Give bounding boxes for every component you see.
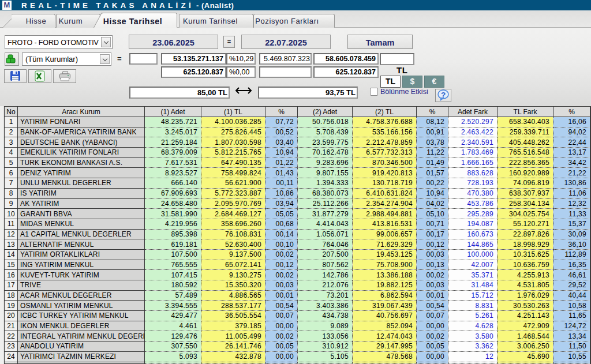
svg-text:?: ? [441, 91, 446, 99]
